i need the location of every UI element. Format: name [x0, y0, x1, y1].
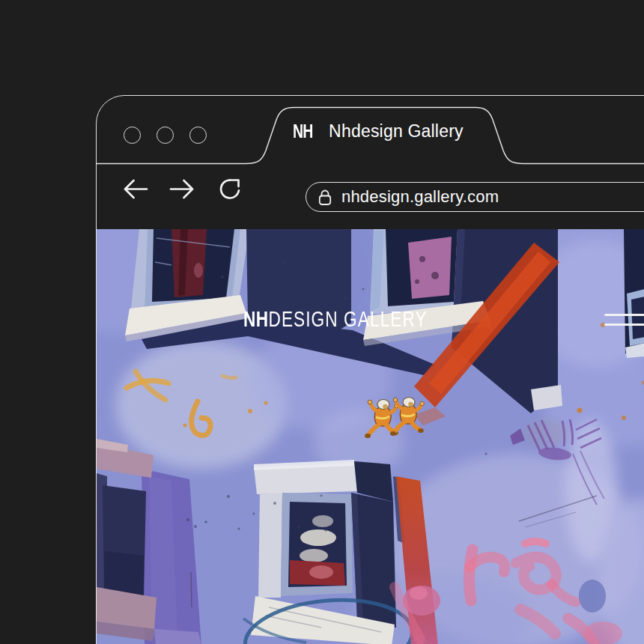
address-bar[interactable]: nhdesign.gallery.com — [306, 182, 644, 212]
lock-icon — [318, 189, 332, 206]
hero-artwork — [97, 229, 644, 644]
page-viewport: NHDESIGN GALLERY — [97, 229, 644, 644]
back-icon[interactable] — [125, 180, 147, 198]
window-control-icon[interactable] — [157, 127, 174, 144]
tab-bar: NH Nhdesign Gallery — [97, 96, 644, 163]
forward-icon[interactable] — [171, 180, 192, 198]
tab-favicon-logo: NH — [293, 121, 313, 142]
url-text: nhdesign.gallery.com — [341, 187, 499, 207]
window-right-edge — [624, 229, 644, 358]
hamburger-bar — [604, 314, 644, 316]
browser-window: NH Nhdesign Gallery — [96, 95, 644, 644]
desktop-backdrop: NH Nhdesign Gallery — [0, 0, 644, 644]
active-tab[interactable]: NH Nhdesign Gallery — [293, 118, 464, 145]
browser-toolbar: nhdesign.gallery.com — [97, 163, 644, 229]
hamburger-menu-icon[interactable] — [604, 314, 644, 326]
nav-buttons — [118, 174, 267, 205]
tab-title: Nhdesign Gallery — [329, 121, 464, 142]
window-control-icon[interactable] — [189, 127, 207, 144]
site-brand-title: NHDESIGN GALLERY — [243, 309, 428, 330]
reload-icon[interactable] — [221, 180, 239, 198]
window-control-icon[interactable] — [124, 127, 141, 144]
site-brand-bold: NH — [243, 307, 268, 331]
window-controls — [124, 127, 207, 144]
site-brand-rest: DESIGN GALLERY — [268, 307, 427, 331]
hamburger-bar — [604, 323, 644, 326]
